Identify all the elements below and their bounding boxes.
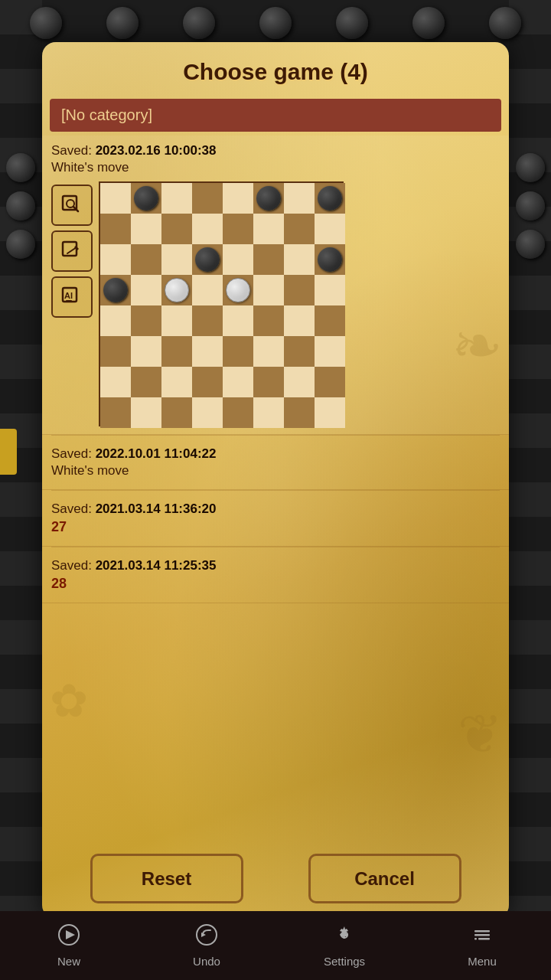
board-cell-3-0 [100, 275, 131, 305]
game-entry-2[interactable]: Saved: 2022.10.01 11:04:22 White's move [42, 436, 509, 490]
board-cell-1-4 [223, 214, 253, 244]
board-cell-4-6 [284, 305, 315, 336]
board-cell-4-7 [315, 305, 345, 336]
board-cell-2-0 [100, 244, 131, 275]
board-cell-6-7 [315, 367, 345, 397]
board-cell-6-5 [253, 367, 284, 397]
board-cell-5-7 [315, 336, 345, 367]
board-cell-3-7 [315, 275, 345, 305]
board-cell-7-6 [284, 397, 315, 428]
game-4-date: 2021.03.14 11:25:35 [96, 558, 217, 573]
menu-icon [471, 923, 494, 952]
reset-button[interactable]: Reset [90, 854, 243, 903]
board-cell-0-1 [131, 183, 161, 214]
svg-rect-22 [478, 938, 490, 940]
cancel-button[interactable]: Cancel [308, 854, 461, 903]
ai-icon: AI [60, 286, 83, 309]
black-piece [195, 247, 220, 272]
board-cell-1-7 [315, 214, 345, 244]
search-icon [60, 194, 83, 217]
title-bar: Choose game (4) [42, 42, 509, 99]
nav-label-menu: Menu [468, 955, 497, 968]
board-cell-3-2 [161, 275, 192, 305]
board-cell-5-3 [192, 336, 223, 367]
board-cell-7-0 [100, 397, 131, 428]
game-1-saved-label: Saved: 2023.02.16 10:00:38 [51, 143, 500, 158]
board-cell-5-4 [223, 336, 253, 367]
board-cell-7-5 [253, 397, 284, 428]
edit-game-button[interactable] [51, 230, 93, 272]
board-cell-6-2 [161, 367, 192, 397]
board-cell-0-5 [253, 183, 284, 214]
game-2-move: White's move [51, 463, 500, 479]
bottom-nav: New Undo Settings [0, 911, 551, 980]
board-cell-7-1 [131, 397, 161, 428]
nav-item-menu[interactable]: Menu [413, 911, 551, 980]
black-piece [134, 186, 158, 211]
board-cell-2-4 [223, 244, 253, 275]
black-piece [318, 247, 342, 272]
undo-icon [195, 923, 218, 952]
nav-label-new: New [57, 955, 80, 968]
game-entry-3[interactable]: Saved: 2021.03.14 11:36:20 27 [42, 491, 509, 547]
nav-label-undo: Undo [193, 955, 220, 968]
board-cell-0-0 [100, 183, 131, 214]
checkerboard-container [99, 181, 500, 426]
game-entry-1[interactable]: Saved: 2023.02.16 10:00:38 White's move [42, 136, 509, 435]
category-label: [No category] [61, 106, 152, 123]
page-title: Choose game (4) [57, 59, 494, 85]
board-cell-1-1 [131, 214, 161, 244]
board-cell-6-0 [100, 367, 131, 397]
game-3-saved-label: Saved: 2021.03.14 11:36:20 [51, 501, 500, 517]
game-board [99, 181, 344, 426]
board-cell-6-3 [192, 367, 223, 397]
board-cell-0-3 [192, 183, 223, 214]
board-cell-5-6 [284, 336, 315, 367]
game-1-date: 2023.02.16 10:00:38 [96, 143, 217, 158]
nav-item-settings[interactable]: Settings [276, 911, 413, 980]
svg-point-17 [197, 925, 217, 945]
board-cell-6-4 [223, 367, 253, 397]
ai-game-button[interactable]: AI [51, 276, 93, 318]
edit-icon [60, 240, 83, 263]
board-cell-7-2 [161, 397, 192, 428]
settings-icon [333, 923, 356, 952]
game-1-move: White's move [51, 160, 500, 175]
board-cell-4-4 [223, 305, 253, 336]
new-icon [57, 923, 80, 952]
board-cell-0-4 [223, 183, 253, 214]
svg-rect-21 [474, 934, 490, 936]
white-piece [165, 278, 189, 302]
gear-icon [333, 923, 356, 946]
game-list: Saved: 2023.02.16 10:00:38 White's move [42, 136, 509, 603]
svg-rect-23 [474, 938, 477, 940]
game-3-date: 2021.03.14 11:36:20 [96, 501, 217, 516]
svg-line-4 [67, 247, 77, 253]
board-cell-4-2 [161, 305, 192, 336]
board-cell-2-3 [192, 244, 223, 275]
board-cell-2-6 [284, 244, 315, 275]
delete-game-button[interactable] [508, 185, 509, 219]
search-game-button[interactable] [51, 185, 93, 226]
game-entry-4[interactable]: Saved: 2021.03.14 11:25:35 28 [42, 547, 509, 603]
game-1-expanded: AI [51, 181, 500, 426]
board-cell-3-3 [192, 275, 223, 305]
board-cell-3-4 [223, 275, 253, 305]
board-cell-1-0 [100, 214, 131, 244]
black-piece [256, 186, 281, 211]
game-2-date: 2022.10.01 11:04:22 [96, 446, 217, 461]
nav-item-undo[interactable]: Undo [138, 911, 276, 980]
nav-item-new[interactable]: New [0, 911, 138, 980]
hamburger-icon [471, 923, 494, 946]
board-cell-0-7 [315, 183, 345, 214]
board-cell-1-2 [161, 214, 192, 244]
svg-text:AI: AI [64, 291, 73, 300]
board-cell-7-3 [192, 397, 223, 428]
board-cell-1-6 [284, 214, 315, 244]
board-cell-2-5 [253, 244, 284, 275]
board-cell-5-2 [161, 336, 192, 367]
white-piece [226, 278, 250, 302]
board-cell-2-1 [131, 244, 161, 275]
board-cell-1-5 [253, 214, 284, 244]
board-cell-3-5 [253, 275, 284, 305]
